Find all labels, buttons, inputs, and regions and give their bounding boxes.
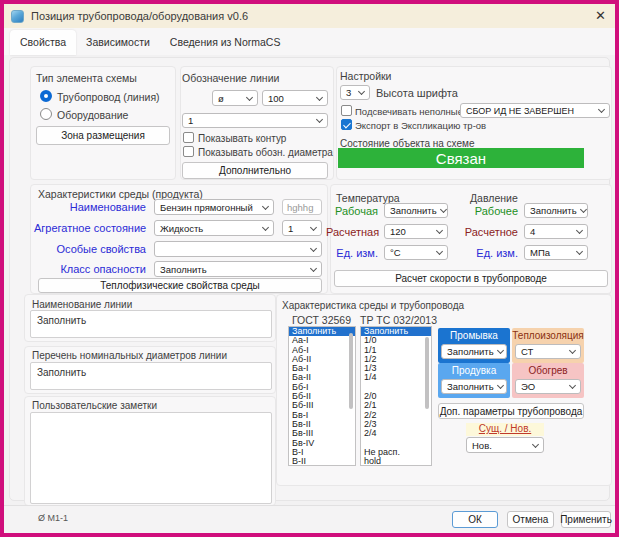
chevron-down-icon bbox=[246, 93, 253, 100]
heating-label: Обогрев bbox=[512, 365, 584, 376]
user-notes-textarea[interactable] bbox=[30, 412, 272, 504]
show-diameter-checkbox[interactable] bbox=[183, 146, 194, 157]
speed-calc-button[interactable]: Расчет скорости в трубопроводе bbox=[334, 270, 608, 287]
list-item[interactable]: 2/4 bbox=[361, 429, 431, 438]
medium-name-note-field[interactable]: hghhg bbox=[282, 199, 322, 215]
placement-zone-button[interactable]: Зона размещения bbox=[36, 126, 170, 145]
diameter-combo[interactable]: 100 bbox=[262, 90, 328, 106]
pressure-title: Давление bbox=[470, 192, 518, 204]
show-diameter-label[interactable]: Показывать обозн. диаметра bbox=[198, 147, 333, 158]
radio-equipment-label[interactable]: Оборудование bbox=[57, 109, 128, 121]
diameter-symbol-combo[interactable]: ø bbox=[212, 90, 258, 106]
hazard-class-value: Заполнить bbox=[160, 264, 207, 275]
medium-name-value: Бензин прямогонный bbox=[160, 202, 253, 213]
chevron-down-icon bbox=[497, 382, 504, 389]
heating-value: ЭО bbox=[521, 381, 535, 392]
thermophysical-button[interactable]: Теплофизические свойства среды bbox=[38, 278, 322, 293]
aggregate-state-combo[interactable]: Жидкость bbox=[154, 220, 274, 236]
pipe-chars-title: Характеристика среды и трубопровода bbox=[282, 300, 464, 311]
chevron-down-icon bbox=[569, 382, 576, 389]
radio-pipeline[interactable] bbox=[40, 90, 52, 102]
insulation-label: Теплоизоляция bbox=[512, 330, 584, 341]
diameters-label: Перечень номинальных диаметров линии bbox=[32, 350, 227, 361]
exist-new-label: Сущ. / Нов. bbox=[466, 423, 544, 436]
special-properties-label: Особые свойства bbox=[34, 243, 146, 255]
close-icon[interactable]: ✕ bbox=[595, 8, 606, 23]
show-contour-label[interactable]: Показывать контур bbox=[198, 133, 286, 144]
aggregate-index-combo[interactable]: 1 bbox=[282, 220, 322, 236]
pressure-working-combo[interactable]: Заполнить bbox=[524, 203, 588, 218]
cancel-button[interactable]: Отмена bbox=[507, 511, 554, 528]
extra-pipe-params-button[interactable]: Доп. параметры трубопровода bbox=[438, 403, 584, 419]
diameters-textarea[interactable]: Заполнить bbox=[30, 362, 272, 390]
more-button[interactable]: Дополнительно bbox=[182, 162, 328, 179]
flushing-label: Промывка bbox=[438, 330, 510, 341]
line-designation-title: Обозначение линии bbox=[182, 72, 279, 84]
chevron-down-icon bbox=[316, 93, 323, 100]
hazard-class-label: Класс опасности bbox=[34, 263, 146, 275]
purge-value: Заполнить bbox=[447, 381, 494, 392]
temp-working-value: Заполнить bbox=[390, 205, 437, 216]
pressure-design-combo[interactable]: 4 bbox=[524, 224, 588, 239]
apply-button[interactable]: Применить bbox=[561, 511, 611, 528]
temp-unit-combo[interactable]: °C bbox=[384, 245, 448, 260]
medium-name-combo[interactable]: Бензин прямогонный bbox=[154, 199, 274, 215]
chevron-down-icon bbox=[532, 440, 539, 447]
flushing-combo[interactable]: Заполнить bbox=[441, 344, 507, 359]
trts-list-label: ТР ТС 032/2013 bbox=[360, 314, 437, 326]
pressure-unit-label: Ед. изм. bbox=[460, 247, 518, 259]
special-properties-combo[interactable] bbox=[154, 241, 322, 257]
temp-design-value: 120 bbox=[390, 226, 406, 237]
highlight-incomplete-checkbox[interactable] bbox=[341, 105, 352, 116]
tab-dependencies[interactable]: Зависимости bbox=[76, 30, 160, 55]
exist-new-combo[interactable]: Нов. bbox=[466, 437, 544, 453]
gost-list-label: ГОСТ 32569 bbox=[292, 314, 351, 326]
chevron-down-icon bbox=[310, 264, 317, 271]
ok-button[interactable]: ОК bbox=[452, 511, 498, 528]
temp-working-combo[interactable]: Заполнить bbox=[384, 203, 448, 218]
export-explication-checkbox[interactable] bbox=[341, 119, 352, 130]
app-icon bbox=[11, 10, 24, 23]
trts-listbox[interactable]: Заполнить1/01/11/21/31/42/02/12/22/32/4Н… bbox=[360, 326, 432, 466]
pressure-unit-combo[interactable]: МПа bbox=[524, 245, 588, 260]
dialog-window: Позиция трубопровода/оборудования v0.6 ✕… bbox=[0, 0, 619, 537]
chevron-down-icon bbox=[436, 248, 443, 255]
exist-new-value: Нов. bbox=[472, 440, 492, 451]
list-item[interactable]: 1/4 bbox=[361, 373, 431, 382]
diameter-symbol-value: ø bbox=[218, 93, 224, 104]
chevron-down-icon bbox=[436, 227, 443, 234]
radio-pipeline-label[interactable]: Трубопровод (линия) bbox=[57, 91, 160, 103]
aggregate-state-label: Агрегатное состояние bbox=[34, 222, 146, 234]
line-name-textarea[interactable]: Заполнить bbox=[30, 310, 272, 338]
pressure-design-label: Расчетное bbox=[460, 226, 518, 238]
insulation-combo[interactable]: СТ bbox=[515, 344, 581, 359]
chevron-down-icon bbox=[580, 206, 587, 213]
settings-title: Настройки bbox=[340, 70, 392, 82]
tab-normacs[interactable]: Сведения из NormaCS bbox=[160, 30, 291, 55]
id-status-combo[interactable]: СБОР ИД НЕ ЗАВЕРШЕН bbox=[460, 103, 610, 118]
heating-combo[interactable]: ЭО bbox=[515, 379, 581, 394]
list-item[interactable]: В-II bbox=[289, 457, 355, 466]
chevron-down-icon bbox=[576, 227, 583, 234]
medium-name-label: Наименование bbox=[34, 201, 146, 213]
gost-listbox[interactable]: ЗаполнитьАа-IАб-IАб-IIБа-IБа-IIБб-IБб-II… bbox=[288, 326, 356, 466]
footer-status: Ø М1-1 bbox=[38, 513, 68, 523]
export-explication-label[interactable]: Экспорт в Экспликацию тр-ов bbox=[355, 120, 486, 131]
line-number-combo[interactable]: 1 bbox=[182, 113, 328, 128]
chevron-down-icon bbox=[440, 206, 447, 213]
chevron-down-icon bbox=[576, 248, 583, 255]
hazard-class-combo[interactable]: Заполнить bbox=[154, 261, 322, 277]
list-item[interactable]: hold bbox=[361, 457, 431, 466]
show-contour-checkbox[interactable] bbox=[183, 132, 194, 143]
radio-equipment[interactable] bbox=[40, 108, 52, 120]
temp-working-label: Рабочая bbox=[326, 205, 378, 217]
chevron-down-icon bbox=[497, 347, 504, 354]
purge-combo[interactable]: Заполнить bbox=[441, 379, 507, 394]
font-height-combo[interactable]: 3 bbox=[340, 85, 370, 100]
gost-list-scrollbar[interactable] bbox=[349, 333, 353, 409]
tab-properties[interactable]: Свойства bbox=[10, 30, 76, 55]
temp-design-combo[interactable]: 120 bbox=[384, 224, 448, 239]
title-bar: Позиция трубопровода/оборудования v0.6 bbox=[4, 4, 615, 28]
trts-list-scrollbar[interactable] bbox=[425, 337, 429, 409]
pressure-unit-value: МПа bbox=[530, 247, 550, 258]
